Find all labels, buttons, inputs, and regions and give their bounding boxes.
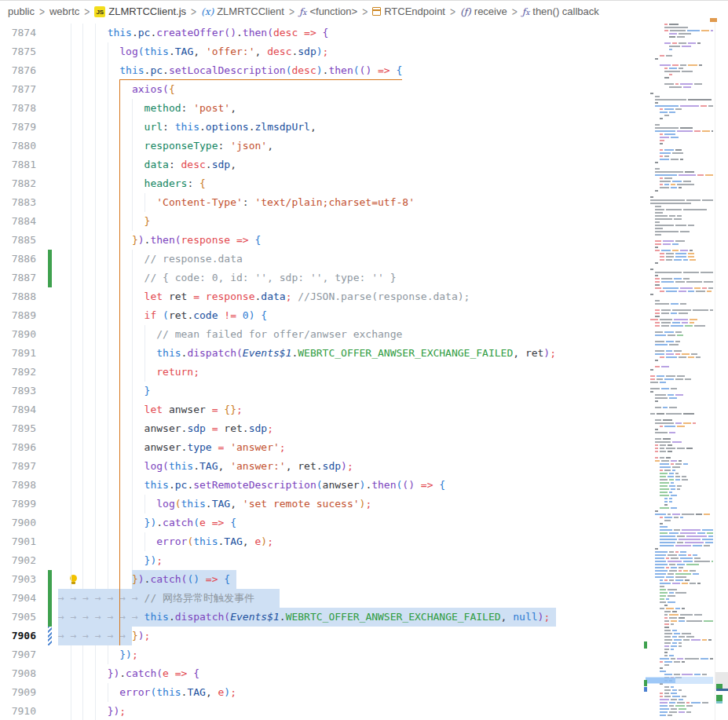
code-line[interactable]: 7907 }); [0,645,728,664]
minimap-line [646,438,713,440]
line-number[interactable]: 7882 [0,174,36,193]
minimap-line [646,385,713,386]
line-number[interactable]: 7898 [0,476,36,495]
line-number[interactable]: 7901 [0,532,36,551]
line-number[interactable]: 7874 [0,24,36,42]
code-line[interactable]: 7893 } [0,382,728,400]
code-line[interactable]: 7902 }); [0,551,728,570]
minimap-line [646,350,713,352]
code-line[interactable]: 7888 let ret = response.data; //JSON.par… [0,287,728,306]
code-line[interactable]: 7903 }).catch(() => { [0,570,728,589]
code-line[interactable]: 7895 anwser.sdp = ret.sdp; [0,419,728,438]
code-line[interactable]: 7885 }).then(response => { [0,231,728,250]
code-line[interactable]: 7897 log(this.TAG, 'answer:', ret.sdp); [0,457,728,476]
code-line[interactable]: 7881 data: desc.sdp, [0,155,728,174]
line-number[interactable]: 7884 [0,212,36,231]
minimap-line [646,356,713,358]
breadcrumb-item-webrtc[interactable]: webrtc [49,5,79,17]
line-number[interactable]: 7892 [0,363,36,382]
code-line[interactable]: 7900 }).catch(e => { [0,514,728,532]
breadcrumb-item-public[interactable]: public [8,5,35,17]
code-line[interactable]: 7877 axios({ [0,80,728,99]
line-number[interactable]: 7877 [0,80,36,99]
code-line[interactable]: 7890 // mean failed for offer/anwser exc… [0,325,728,344]
line-number[interactable]: 7907 [0,645,36,664]
line-number[interactable]: 7887 [0,269,36,287]
code-line[interactable]: 7880 responseType: 'json', [0,137,728,155]
code-line[interactable]: 7896 anwser.type = 'answer'; [0,438,728,457]
line-number[interactable]: 7883 [0,193,36,212]
minimap-line [646,652,713,653]
breadcrumb-item-zlmrtcclient-js[interactable]: JSZLMRTCClient.js [94,5,186,17]
breadcrumb-label: ZLMRTCClient [217,5,284,17]
line-number[interactable]: 7903 [0,570,36,589]
line-number[interactable]: 7885 [0,231,36,250]
line-number[interactable]: 7893 [0,382,36,400]
line-number[interactable]: 7878 [0,99,36,118]
line-number[interactable]: 7904 [0,589,36,608]
line-number[interactable]: 7902 [0,551,36,570]
code-line[interactable]: 7909 error(this.TAG, e); [0,683,728,702]
code-line[interactable]: 7887 // { code: 0, id: '', sdp: '', type… [0,269,728,287]
gutter-changed-bar [48,589,52,608]
breadcrumb-item--function-[interactable]: ƒx<function> [299,5,357,17]
code-line[interactable]: 7889 if (ret.code != 0) { [0,306,728,325]
line-number[interactable]: 7889 [0,306,36,325]
line-number[interactable]: 7900 [0,514,36,532]
breadcrumb-item-rtcendpoint[interactable]: RTCEndpoint [372,5,445,17]
line-number[interactable]: 7876 [0,61,36,80]
line-number[interactable]: 7897 [0,457,36,476]
code-line[interactable]: 7876 this.pc.setLocalDescription(desc).t… [0,61,728,80]
code-line[interactable]: 7910 }); [0,702,728,720]
line-number[interactable]: 7910 [0,702,36,720]
code-line[interactable]: 7905→ → → → → → → this.dispatch(Events$1… [0,608,728,627]
code-line[interactable]: 7875 log(this.TAG, 'offer:', desc.sdp); [0,42,728,61]
line-number[interactable]: 7899 [0,495,36,514]
code-line[interactable]: 7904→ → → → → → → // 网络异常时触发事件 [0,589,728,608]
code-line[interactable]: 7884 } [0,212,728,231]
code-line[interactable]: 7878 method: 'post', [0,99,728,118]
line-number[interactable]: 7906 [0,627,36,645]
minimap-line [646,674,713,675]
minimap-line [646,589,713,590]
overview-ruler[interactable] [715,22,728,720]
active-bracket-guide-vertical [119,79,120,645]
line-number[interactable]: 7908 [0,664,36,683]
line-number[interactable]: 7886 [0,250,36,269]
line-number[interactable]: 7890 [0,325,36,344]
line-number[interactable]: 7891 [0,344,36,363]
line-number[interactable]: 7888 [0,287,36,306]
line-number[interactable]: 7905 [0,608,36,627]
minimap-line [646,243,713,245]
breadcrumb-item-then-callback[interactable]: ƒxthen() callback [522,5,599,17]
line-number[interactable]: 7881 [0,155,36,174]
ruler-changed-mark [716,695,723,701]
minimap[interactable] [646,24,713,718]
line-number[interactable]: 7895 [0,419,36,438]
breadcrumb-item-zlmrtcclient[interactable]: (x)ZLMRTCClient [201,5,284,17]
line-number[interactable]: 7909 [0,683,36,702]
minimap-line [646,93,713,94]
code-line[interactable]: 7908 }).catch(e => { [0,664,728,683]
breadcrumb-item-receive[interactable]: (ƒ)receive [460,5,507,17]
code-line[interactable]: 7891 this.dispatch(Events$1.WEBRTC_OFFER… [0,344,728,363]
code-line[interactable]: 7898 this.pc.setRemoteDescription(anwser… [0,476,728,495]
line-number[interactable]: 7896 [0,438,36,457]
line-number[interactable]: 7880 [0,137,36,155]
code-line[interactable]: 7901 error(this.TAG, e); [0,532,728,551]
code-line[interactable]: 7892 return; [0,363,728,382]
code-line[interactable]: 7886 // response.data [0,250,728,269]
minimap-line [646,218,713,220]
code-line[interactable]: 7879 url: this.options.zlmsdpUrl, [0,118,728,137]
code-line[interactable]: 7894 let anwser = {}; [0,400,728,419]
code-line[interactable]: 7883 'Content-Type': 'text/plain;charset… [0,193,728,212]
code-line[interactable]: 7882 headers: { [0,174,728,193]
code-line[interactable]: 7899 log(this.TAG, 'set remote sucess'); [0,495,728,514]
code-line[interactable]: 7906→ → → → → → }); [0,627,728,645]
minimap-line [646,262,713,264]
line-number[interactable]: 7894 [0,400,36,419]
line-number[interactable]: 7875 [0,42,36,61]
breadcrumb-label: RTCEndpoint [384,5,445,17]
line-number[interactable]: 7879 [0,118,36,137]
code-line[interactable]: 7874 this.pc.createOffer().then(desc => … [0,24,728,42]
